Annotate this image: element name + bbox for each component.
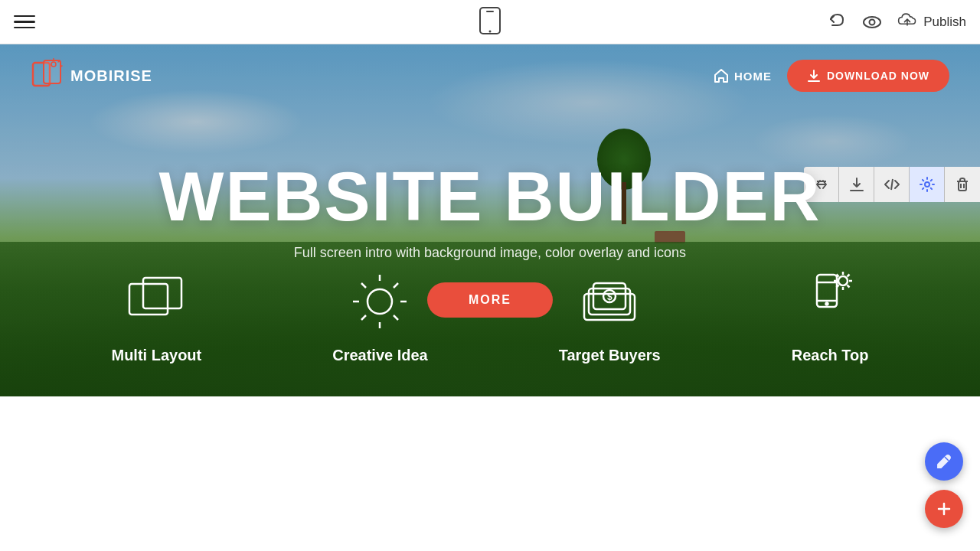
svg-point-4: [870, 19, 875, 24]
page-content: MOBIRISE HOME DOWNLOAD NOW: [0, 44, 980, 551]
publish-label: Publish: [923, 15, 966, 30]
hamburger-menu-button[interactable]: [14, 15, 35, 29]
preview-button[interactable]: [861, 11, 883, 33]
download-now-label: DOWNLOAD NOW: [827, 70, 929, 82]
settings-toolbar-button[interactable]: [910, 167, 945, 202]
hero-content: WEBSITE BUILDER Full screen intro with b…: [158, 162, 821, 318]
svg-rect-18: [959, 181, 966, 191]
topbar-left: [14, 15, 35, 29]
feature-reach-top-label: Reach Top: [792, 347, 869, 364]
block-toolbar: [804, 167, 980, 202]
svg-line-16: [891, 179, 893, 190]
svg-point-2: [489, 30, 492, 32]
topbar-center: [479, 6, 501, 38]
svg-point-40: [826, 302, 828, 305]
phone-preview-icon[interactable]: [479, 6, 501, 35]
hero-title: WEBSITE BUILDER: [158, 162, 821, 231]
download-now-button[interactable]: DOWNLOAD NOW: [787, 60, 949, 92]
logo-icon: [31, 58, 63, 93]
nav-home-link[interactable]: HOME: [713, 67, 772, 84]
svg-line-47: [848, 285, 850, 287]
svg-line-48: [848, 274, 850, 276]
edit-fab-button[interactable]: [925, 442, 963, 481]
publish-button[interactable]: Publish: [897, 9, 966, 34]
topbar-right: Publish: [826, 9, 966, 34]
hero-more-button[interactable]: MORE: [427, 282, 553, 318]
feature-creative-idea-label: Creative Idea: [332, 347, 428, 364]
svg-point-17: [925, 182, 929, 187]
hero-subtitle: Full screen intro with background image,…: [158, 245, 821, 261]
feature-multi-layout-label: Multi Layout: [111, 347, 201, 364]
home-icon: [713, 67, 730, 84]
hero-navbar: MOBIRISE HOME DOWNLOAD NOW: [0, 44, 980, 107]
svg-point-3: [864, 17, 880, 28]
code-toolbar-button[interactable]: [874, 167, 910, 202]
hero-nav-right: HOME DOWNLOAD NOW: [713, 60, 949, 92]
delete-toolbar-button[interactable]: [945, 167, 980, 202]
feature-target-buyers-label: Target Buyers: [559, 347, 661, 364]
hero-section: MOBIRISE HOME DOWNLOAD NOW: [0, 44, 980, 396]
svg-point-41: [838, 276, 848, 285]
logo-text: MOBIRISE: [70, 67, 152, 85]
svg-rect-7: [44, 60, 60, 83]
download-icon: [807, 69, 821, 83]
undo-button[interactable]: [826, 11, 848, 33]
fab-container: [925, 442, 963, 528]
svg-line-10: [60, 66, 62, 67]
publish-cloud-icon: [897, 9, 918, 34]
download-toolbar-button[interactable]: [839, 167, 874, 202]
add-fab-button[interactable]: [925, 490, 963, 528]
nav-home-label: HOME: [734, 70, 772, 83]
mobirise-logo: MOBIRISE: [31, 58, 152, 93]
topbar: Publish: [0, 0, 980, 44]
